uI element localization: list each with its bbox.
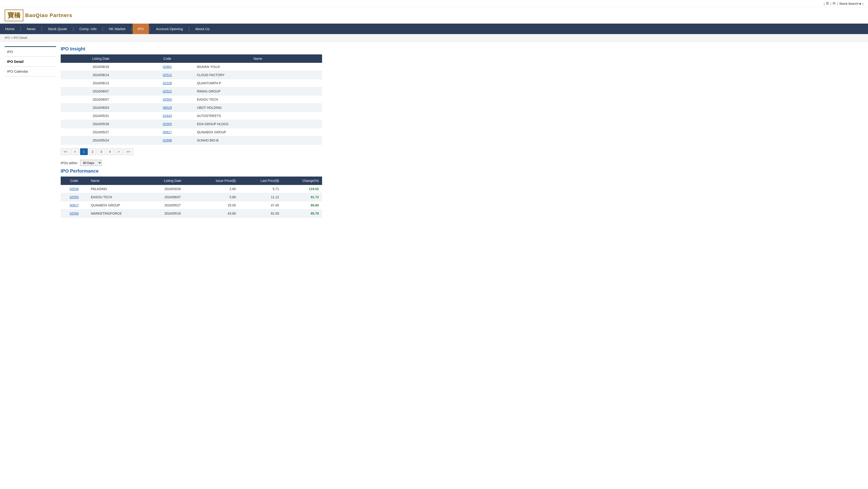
- ipo-performance-table: Code Name Listing Date Issue Price($) La…: [61, 176, 322, 218]
- table-row: 02556 MARKETINGFORCE 2024/05/16 43.60 81…: [61, 209, 322, 218]
- lang-simp-link[interactable]: 簡: [833, 1, 836, 6]
- sidebar-item-ipo[interactable]: IPO: [5, 46, 56, 57]
- cell-date: 2024/06/03: [61, 104, 141, 112]
- logo-border: 寶橋: [5, 9, 23, 21]
- cell-name: UBOT HOLDING: [194, 104, 322, 112]
- nav-sep-1: |: [20, 26, 22, 31]
- cell-last-price: 11.12: [239, 193, 282, 201]
- table-row: 2024/06/13 02228 QUANTUMPH-P: [61, 79, 322, 87]
- logo-area: 寶橋 BaoQiao Partners: [5, 9, 72, 21]
- main-content: IPO IPO Detail IPO Calendar IPO Insight …: [0, 41, 327, 222]
- table-row: 2024/05/28 02505 EDA GROUP HLDGS: [61, 120, 322, 128]
- nav-comp-info[interactable]: Comp. Info: [74, 24, 101, 34]
- nav-stock-quote[interactable]: Stock Quote: [43, 24, 72, 34]
- page-3[interactable]: 3: [97, 148, 105, 155]
- cell-code[interactable]: 00917: [61, 201, 88, 209]
- cell-code[interactable]: 02898: [141, 136, 194, 145]
- separator: |: [830, 2, 831, 5]
- nav-bar: Home | News | Stock Quote | Comp. Info |…: [0, 24, 868, 34]
- cell-last-price: 47.45: [239, 201, 282, 209]
- cell-name: EASOU TECH: [88, 193, 152, 201]
- cell-code[interactable]: 00917: [141, 128, 194, 136]
- cell-change: 85.78: [282, 209, 322, 218]
- table-row: 00917 QUNABOX GROUP 2024/05/27 25.00 47.…: [61, 201, 322, 209]
- cell-code[interactable]: 02505: [141, 120, 194, 128]
- cell-code[interactable]: 02512: [141, 71, 194, 79]
- cell-name: RIMAG GROUP: [194, 87, 322, 95]
- table-row: 2024/06/18 02881 WUHAN YOUJI: [61, 63, 322, 71]
- cell-issue-price: 2.60: [193, 185, 239, 193]
- perf-col-issue-price: Issue Price($): [193, 176, 239, 185]
- cell-code[interactable]: 02550: [141, 95, 194, 104]
- cell-issue-price: 43.60: [193, 209, 239, 218]
- cell-last-price: 81.00: [239, 209, 282, 218]
- perf-col-listing-date: Listing Date: [152, 176, 193, 185]
- cell-listing-date: 2024/06/07: [152, 193, 193, 201]
- cell-date: 2024/06/07: [61, 87, 141, 95]
- sidebar-item-ipo-detail[interactable]: IPO Detail: [5, 57, 56, 66]
- nav-news[interactable]: News: [22, 24, 41, 34]
- cell-code[interactable]: 02550: [61, 193, 88, 201]
- cell-name: MARKETINGFORCE: [88, 209, 152, 218]
- nav-about-us[interactable]: About Us: [190, 24, 215, 34]
- cell-listing-date: 2024/03/26: [152, 185, 193, 193]
- page-1[interactable]: 1: [80, 148, 88, 155]
- page-next[interactable]: >: [115, 148, 123, 155]
- cell-code[interactable]: 02522: [141, 87, 194, 95]
- top-bar: | 繁 | 簡 | Stock Search ■ |: [0, 0, 868, 7]
- filter-select[interactable]: 30 Days60 Days90 Days180 Days365 Days: [80, 160, 102, 166]
- cell-date: 2024/05/27: [61, 128, 141, 136]
- nav-sep-5: |: [130, 26, 132, 31]
- cell-issue-price: 25.00: [193, 201, 239, 209]
- page-last[interactable]: >>: [123, 148, 133, 155]
- cell-date: 2024/06/14: [61, 71, 141, 79]
- page-first[interactable]: <<: [61, 148, 70, 155]
- logo-chinese: 寶橋: [7, 11, 21, 20]
- perf-col-last-price: Last Price($): [239, 176, 282, 185]
- content-area: IPO Insight Listing Date Code Name 2024/…: [61, 46, 322, 218]
- cell-date: 2024/06/18: [61, 63, 141, 71]
- pagination: << < 1 2 3 4 > >>: [61, 148, 322, 155]
- nav-account-opening[interactable]: Account Opening: [151, 24, 188, 34]
- cell-listing-date: 2024/05/27: [152, 201, 193, 209]
- col-code: Code: [141, 54, 194, 63]
- lang-trad-link[interactable]: 繁: [826, 1, 829, 6]
- nav-sep-4: |: [102, 26, 104, 31]
- page-prev[interactable]: <: [71, 148, 79, 155]
- table-row: 2024/06/07 02550 EASOU TECH: [61, 95, 322, 104]
- table-row: 2024/05/31 02443 AUTOSTREETS: [61, 112, 322, 120]
- cell-date: 2024/06/13: [61, 79, 141, 87]
- ipo-insight-title: IPO Insight: [61, 46, 322, 52]
- cell-name: EDA GROUP HLDGS: [194, 120, 322, 128]
- cell-code[interactable]: 02556: [61, 209, 88, 218]
- cell-code[interactable]: 02536: [61, 185, 88, 193]
- perf-col-change: Change(%): [282, 176, 322, 185]
- cell-name: QUNABOX GROUP: [88, 201, 152, 209]
- page-2[interactable]: 2: [89, 148, 96, 155]
- nav-ipo[interactable]: IPO: [132, 24, 149, 34]
- cell-change: 89.80: [282, 201, 322, 209]
- table-row: 2024/05/27 00917 QUNABOX GROUP: [61, 128, 322, 136]
- cell-listing-date: 2024/05/16: [152, 209, 193, 218]
- nav-sep-3: |: [72, 26, 74, 31]
- separator: |: [824, 2, 825, 5]
- stock-search-link[interactable]: Stock Search ■: [839, 2, 861, 5]
- nav-home[interactable]: Home: [0, 24, 20, 34]
- nav-hk-market[interactable]: HK Market: [104, 24, 130, 34]
- sidebar-item-ipo-calendar[interactable]: IPO Calendar: [5, 66, 56, 76]
- cell-change: 91.72: [282, 193, 322, 201]
- cell-name: WUHAN YOUJI: [194, 63, 322, 71]
- cell-name: AUTOSTREETS: [194, 112, 322, 120]
- cell-name: QUNABOX GROUP: [194, 128, 322, 136]
- perf-col-name: Name: [88, 176, 152, 185]
- cell-code[interactable]: 08529: [141, 104, 194, 112]
- cell-name: SUNHO BIO-B: [194, 136, 322, 145]
- header: 寶橋 BaoQiao Partners: [0, 7, 868, 24]
- nav-sep-6: |: [149, 26, 151, 31]
- cell-code[interactable]: 02228: [141, 79, 194, 87]
- table-row: 2024/06/07 02522 RIMAG GROUP: [61, 87, 322, 95]
- cell-code[interactable]: 02443: [141, 112, 194, 120]
- page-4[interactable]: 4: [106, 148, 114, 155]
- separator: |: [863, 2, 863, 5]
- cell-code[interactable]: 02881: [141, 63, 194, 71]
